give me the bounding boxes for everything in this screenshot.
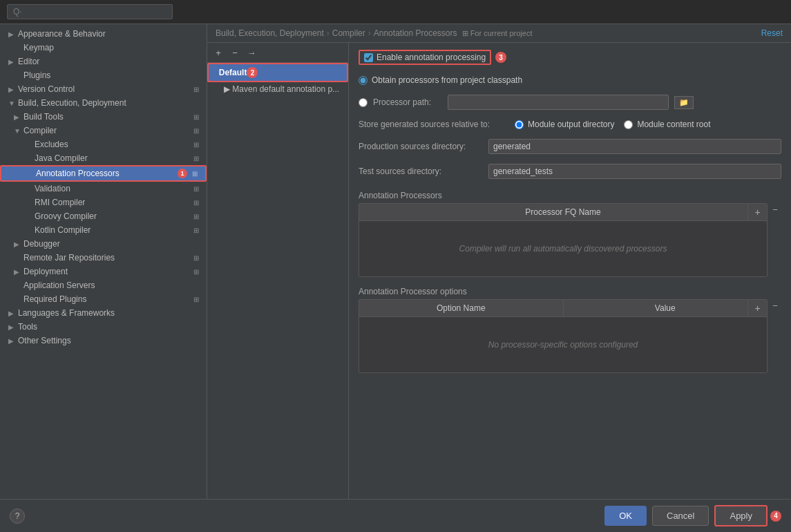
store-sources-row: Store generated sources relative to: Mod… (359, 117, 781, 131)
production-sources-input[interactable] (488, 139, 781, 154)
sidebar-item-validation[interactable]: Validation ⊞ (0, 182, 207, 196)
sidebar-item-editor[interactable]: ▶ Editor (0, 55, 207, 68)
breadcrumb-reset[interactable]: Reset (761, 28, 783, 38)
obtain-processors-row: Obtain processors from project classpath (359, 73, 781, 87)
profile-item-maven[interactable]: ▶ Maven default annotation p... (207, 82, 348, 96)
sidebar-label-kotlin: Kotlin Compiler (35, 225, 189, 235)
sidebar-label-debugger: Debugger (23, 239, 201, 249)
annotation-options-body: No processor-specific options configured (359, 317, 767, 372)
sidebar-label-other: Other Settings (18, 336, 201, 345)
processor-path-radio[interactable] (359, 98, 368, 107)
sidebar-item-build-tools[interactable]: ▶ Build Tools ⊞ (0, 110, 207, 124)
main-area: ▶ Appearance & Behavior Keymap ▶ Editor … (0, 24, 791, 499)
profile-list: + − → Default 2 ▶ (207, 43, 349, 499)
sidebar-item-deployment[interactable]: ▶ Deployment ⊞ (0, 265, 207, 278)
sidebar-item-appearance[interactable]: ▶ Appearance & Behavior (0, 27, 207, 41)
sidebar-label-tools: Tools (18, 322, 201, 332)
sidebar-label-deployment: Deployment (23, 267, 189, 276)
module-output-radio[interactable] (515, 120, 524, 129)
remove-option-button[interactable]: − (769, 299, 781, 312)
arrow-keymap (14, 44, 22, 52)
obtain-processors-radio[interactable] (359, 76, 368, 85)
ok-button[interactable]: OK (604, 506, 647, 526)
arrow-validation (25, 185, 33, 193)
annotation-options-title: Annotation Processor options (359, 287, 781, 296)
arrow-required (14, 296, 22, 303)
apply-button[interactable]: Apply (714, 505, 768, 526)
sidebar-label-rmi: RMI Compiler (35, 198, 189, 207)
settings-panel: Enable annotation processing 3 Obtain pr… (349, 43, 791, 499)
settings-dialog: ▶ Appearance & Behavior Keymap ▶ Editor … (0, 0, 791, 532)
expand-arrow-compiler: ▼ (14, 127, 22, 135)
sidebar-item-annotation-processors[interactable]: Annotation Processors 1 ⊞ (0, 165, 207, 182)
arrow-ap (26, 170, 35, 178)
sidebar-item-rmi[interactable]: RMI Compiler ⊞ (0, 196, 207, 209)
module-output-label: Module output directory (528, 120, 614, 129)
arrow-plugins (14, 72, 22, 79)
sidebar-item-kotlin[interactable]: Kotlin Compiler ⊞ (0, 223, 207, 237)
sidebar: ▶ Appearance & Behavior Keymap ▶ Editor … (0, 24, 207, 499)
breadcrumb-part2: Compiler (332, 28, 365, 38)
expand-arrow-editor: ▶ (8, 58, 17, 66)
profile-item-default[interactable]: Default 2 (207, 63, 348, 82)
sidebar-item-version-control[interactable]: ▶ Version Control ⊞ (0, 82, 207, 96)
sidebar-item-groovy[interactable]: Groovy Compiler ⊞ (0, 209, 207, 223)
enable-annotation-checkbox[interactable] (364, 53, 373, 62)
add-option-button[interactable]: + (747, 300, 767, 316)
processor-path-row: Processor path: 📁 (359, 93, 781, 112)
apply-badge: 4 (770, 511, 781, 522)
breadcrumb-path: Build, Execution, Deployment › Compiler … (216, 28, 533, 38)
sidebar-label-required: Required Plugins (23, 294, 189, 304)
help-button[interactable]: ? (10, 509, 25, 524)
sidebar-item-required-plugins[interactable]: Required Plugins ⊞ (0, 292, 207, 306)
test-sources-input[interactable] (488, 164, 781, 179)
test-sources-label: Test sources directory: (359, 167, 483, 176)
sidebar-item-tools[interactable]: ▶ Tools (0, 320, 207, 334)
expand-arrow-deployment: ▶ (14, 268, 22, 276)
sidebar-label-keymap: Keymap (23, 43, 201, 53)
production-sources-label: Production sources directory: (359, 142, 483, 151)
java-icon: ⊞ (191, 153, 201, 163)
sidebar-item-plugins[interactable]: Plugins (0, 68, 207, 82)
cancel-button[interactable]: Cancel (652, 506, 709, 526)
sidebar-label-remote: Remote Jar Repositories (23, 253, 189, 263)
profile-arrow (214, 69, 216, 77)
option-side-buttons: − (769, 299, 781, 312)
search-input[interactable] (7, 4, 173, 19)
sidebar-item-languages[interactable]: ▶ Languages & Frameworks (0, 306, 207, 320)
sidebar-item-debugger[interactable]: ▶ Debugger (0, 237, 207, 251)
sidebar-label-java: Java Compiler (35, 153, 189, 163)
move-profile-button[interactable]: → (245, 46, 258, 59)
sidebar-item-java-compiler[interactable]: Java Compiler ⊞ (0, 151, 207, 165)
search-bar (0, 0, 791, 24)
remove-processor-button[interactable]: − (769, 203, 781, 216)
sidebar-label-appservers: Application Servers (23, 281, 201, 290)
sidebar-item-remote-jar[interactable]: Remote Jar Repositories ⊞ (0, 251, 207, 265)
compiler-icon: ⊞ (191, 126, 201, 135)
sidebar-item-build-execution[interactable]: ▼ Build, Execution, Deployment (0, 96, 207, 110)
ap-icon: ⊞ (190, 169, 200, 178)
sidebar-item-keymap[interactable]: Keymap (0, 41, 207, 55)
processor-path-input[interactable] (448, 95, 669, 110)
processor-path-browse-button[interactable]: 📁 (674, 96, 694, 109)
module-content-radio[interactable] (624, 120, 633, 129)
add-profile-button[interactable]: + (211, 46, 225, 59)
expand-arrow-buildtools: ▶ (14, 113, 22, 121)
sidebar-item-compiler[interactable]: ▼ Compiler ⊞ (0, 124, 207, 137)
sidebar-item-other[interactable]: ▶ Other Settings (0, 334, 207, 348)
annotation-processors-body: Compiler will run all automatically disc… (359, 221, 767, 276)
sidebar-label-buildtools: Build Tools (23, 112, 189, 122)
annotation-options-table-outer: Option Name Value + No processor-specifi… (359, 299, 781, 373)
add-processor-button[interactable]: + (747, 204, 767, 220)
kotlin-icon: ⊞ (191, 225, 201, 235)
table-header-fq: Processor FQ Name + (359, 204, 767, 221)
sidebar-item-excludes[interactable]: Excludes ⊞ (0, 137, 207, 151)
sidebar-label-ap: Annotation Processors (36, 169, 175, 178)
sidebar-label-groovy: Groovy Compiler (35, 211, 189, 221)
profile-items: Default 2 ▶ Maven default annotation p..… (207, 63, 348, 499)
annotation-options-section: Annotation Processor options Option Name… (359, 287, 781, 373)
sidebar-item-app-servers[interactable]: Application Servers (0, 278, 207, 292)
remove-profile-button[interactable]: − (228, 46, 242, 59)
profile-label-default: Default (219, 68, 247, 77)
excludes-icon: ⊞ (191, 140, 201, 149)
